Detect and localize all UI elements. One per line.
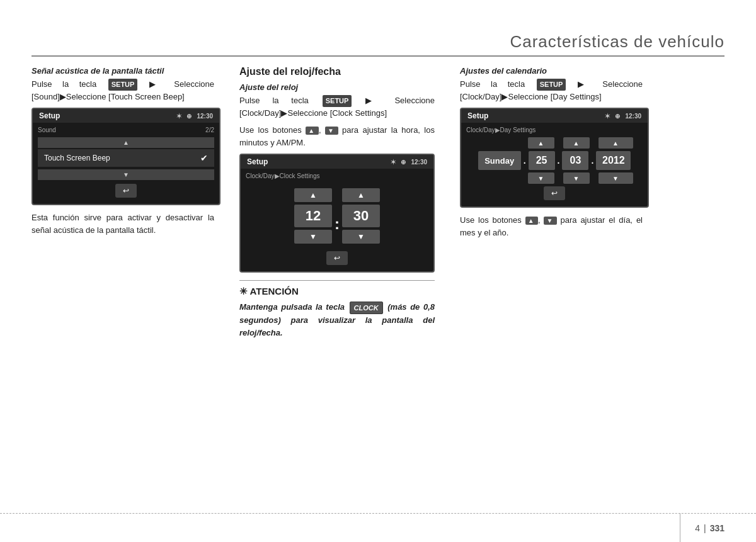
col-calendar: Ajustes del calendario Pulse la tecla SE… [454,60,649,511]
arrow-right-2: ▶ [60,92,66,101]
back-button[interactable]: ↩ [115,184,137,198]
clock-hour-down[interactable]: ▼ [294,230,332,244]
screen2-icons: ✶ ⊕ 12:30 [391,159,427,166]
clock-hour-col: ▲ 12 ▼ [294,188,332,244]
arrow-right-1: ▶ [149,79,164,89]
col2-para-reloj: Pulse la tecla SETUP ▶ Seleccione [Clock… [239,94,435,119]
screen1-header: Setup ✶ ⊕ 12:30 [33,109,219,123]
day-down-btn[interactable]: ▼ [528,172,554,184]
menu-item-label: Touch Screen Beep [44,154,110,162]
screen1-page: 2/2 [205,127,214,133]
screen1-breadcrumb: Sound [38,127,56,133]
day-values-row: Sunday . 25 . 03 . 2012 [466,151,643,170]
arrow-right-6: ▶ [501,92,508,101]
screen1-body: Sound 2/2 ▲ Touch Screen Beep ✔ ▼ ↩ [33,123,219,204]
menu-item-touch-screen-beep[interactable]: Touch Screen Beep ✔ [38,149,214,167]
bluetooth-icon-2: ✶ [391,159,396,166]
screen-day-settings: Setup ✶ ⊕ 12:30 Clock/Day▶Day Settings ▲… [460,108,649,208]
month-down-btn[interactable]: ▼ [563,172,590,184]
screen1-title: Setup [39,111,60,120]
footer-divider [680,513,680,542]
arrow-right-5: ▶ [578,79,592,89]
screen2-title: Setup [247,157,268,166]
screen3-breadcrumb: Clock/Day▶Day Settings [466,127,643,133]
screen3-body: Clock/Day▶Day Settings ▲ ▲ ▲ Sunday . 25 [461,123,648,206]
clock-minute-value: 30 [342,205,380,227]
back-btn-row: ↩ [38,181,214,200]
attention-section: ✳ ATENCIÓN Mantenga pulsada la tecla CLO… [239,280,435,339]
back-btn-row-2: ↩ [246,249,428,268]
screen-clock-settings: Setup ✶ ⊕ 12:30 Clock/Day▶Clock Settings… [239,154,435,273]
screen3-title: Setup [467,111,488,120]
setup-badge-3: SETUP [537,79,566,91]
clock-hour-up[interactable]: ▲ [294,188,332,202]
dot-1: . [524,155,526,166]
col1-para1: Pulse la tecla SETUP ▶ Seleccione [Sound… [32,78,214,103]
clock-minute-down[interactable]: ▼ [342,230,380,244]
col2-subsection-reloj: Ajuste del reloj [239,82,435,92]
back-button-3[interactable]: ↩ [544,186,565,200]
col-clock-date: Ajuste del reloj/fecha Ajuste del reloj … [233,60,441,511]
screen3-time: 12:30 [625,113,641,120]
usb-icon-3: ⊕ [615,113,620,120]
footer-page: 4 | 331 [695,523,724,533]
col-touch-screen-beep: Señal acústica de la pantalla táctil Pul… [25,60,220,511]
month-value: 03 [562,151,588,170]
col1-section-title: Señal acústica de la pantalla táctil [32,66,214,76]
back-button-2[interactable]: ↩ [326,251,348,265]
back-btn-row-3: ↩ [466,184,643,203]
col3-para1: Pulse la tecla SETUP ▶ Seleccione [Clock… [460,78,643,103]
down-btn-inline: ▼ [325,127,338,135]
page-footer: 4 | 331 [0,513,756,542]
screen2-header: Setup ✶ ⊕ 12:30 [241,155,433,169]
dot-3: . [591,155,593,166]
footer-separator: | [704,523,706,533]
bluetooth-icon: ✶ [176,113,181,120]
page-header: Características de vehículo [0,0,756,57]
header-line [32,55,724,57]
day-up-row: ▲ ▲ ▲ [466,137,643,149]
footer-page-number: 331 [710,523,724,533]
month-up-btn[interactable]: ▲ [563,137,590,149]
year-up-btn[interactable]: ▲ [598,137,633,149]
setup-badge-2: SETUP [323,95,352,107]
screen-touch-beep: Setup ✶ ⊕ 12:30 Sound 2/2 ▲ Touch Screen… [32,108,220,205]
header-title: Características de vehículo [510,32,724,52]
col3-section-title: Ajustes del calendario [460,66,643,76]
clock-hour-value: 12 [294,205,332,227]
col3-para2: Use los botones ▲, ▼ para ajustar el día… [460,214,643,239]
day-number-value: 25 [529,151,555,170]
attention-text: Mantenga pulsada la tecla CLOCK (más de … [239,301,435,339]
up-btn-inline: ▲ [306,127,319,135]
main-content: Señal acústica de la pantalla táctil Pul… [25,60,731,511]
bluetooth-icon-3: ✶ [605,113,610,120]
year-down-btn[interactable]: ▼ [598,172,633,184]
down-btn-inline-3: ▼ [544,217,556,225]
col2-section-title: Ajuste del reloj/fecha [239,66,435,77]
clock-display: ▲ 12 ▼ : ▲ 30 ▼ [246,183,428,249]
arrow-right-4: ▶ [281,108,287,118]
clock-colon: : [335,215,340,233]
screen1-icons: ✶ ⊕ 12:30 [176,113,213,120]
screen2-body: Clock/Day▶Clock Settings ▲ 12 ▼ : ▲ 30 ▼ [241,169,433,271]
scroll-up-btn[interactable]: ▲ [38,137,214,148]
day-name-value: Sunday [478,151,521,170]
arrow-right-3: ▶ [365,96,382,105]
screen1-time: 12:30 [197,113,213,120]
attention-title: ✳ ATENCIÓN [239,286,435,297]
setup-badge-1: SETUP [108,79,138,91]
year-value: 2012 [596,151,631,170]
clock-badge: CLOCK [350,302,383,315]
usb-icon: ⊕ [186,113,192,120]
screen3-header: Setup ✶ ⊕ 12:30 [461,109,648,123]
screen2-breadcrumb: Clock/Day▶Clock Settings [246,172,428,179]
col2-para-buttons: Use los botones ▲, ▼ para ajustar la hor… [239,124,435,149]
screen2-time: 12:30 [411,159,427,166]
clock-minute-up[interactable]: ▲ [342,188,380,202]
col1-description: Esta función sirve para activar y desact… [32,212,214,236]
clock-minute-col: ▲ 30 ▼ [342,188,380,244]
scroll-down-btn[interactable]: ▼ [38,169,214,180]
footer-section: 4 [695,523,700,533]
check-icon: ✔ [200,153,208,163]
day-up-btn[interactable]: ▲ [528,137,554,149]
